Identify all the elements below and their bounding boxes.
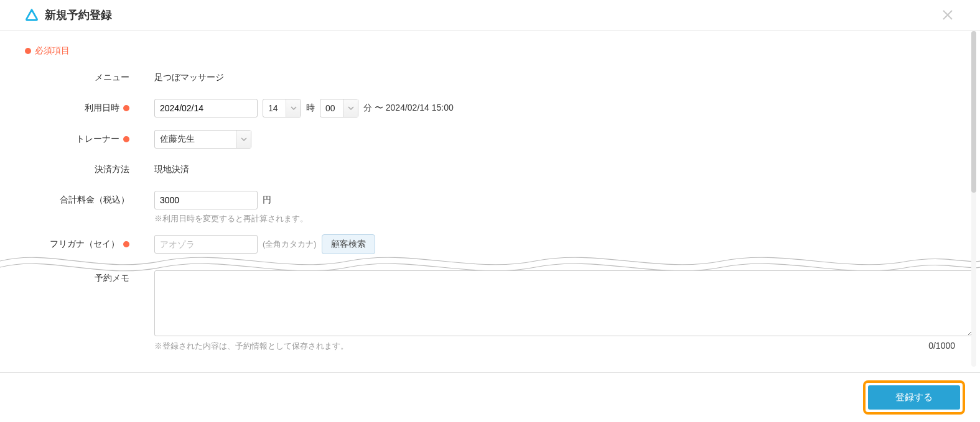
label-payment: 決済方法 [95,164,129,175]
scrollbar-thumb[interactable] [971,31,976,193]
date-input[interactable] [154,99,258,117]
row-memo: 予約メモ ※登録された内容は、予約情報として保存されます。 0/1000 [25,270,955,352]
header-left: 新規予約登録 [25,7,112,22]
trainer-select-value: 佐藤先生 [155,134,236,145]
memo-textarea[interactable] [154,270,974,336]
label-trainer: トレーナー [76,134,119,145]
hour-unit: 時 [306,103,315,114]
submit-highlight-frame: 登録する [863,380,965,415]
price-help: ※利用日時を変更すると再計算されます。 [154,214,308,223]
value-menu: 足つぼマッサージ [154,72,224,83]
chevron-down-icon [286,99,301,117]
required-dot-icon [25,48,31,54]
chevron-down-icon [236,131,251,148]
dialog-title: 新規予約登録 [45,7,112,22]
furigana-sei-input[interactable] [154,235,258,254]
value-payment: 現地決済 [154,164,189,175]
hour-select[interactable]: 14 [263,99,301,117]
price-unit: 円 [263,195,271,206]
minute-select-value: 00 [320,103,343,113]
customer-search-button[interactable]: 顧客検索 [322,234,375,254]
row-price: 合計料金（税込） 円 [25,185,955,216]
price-input[interactable] [154,191,258,209]
label-memo: 予約メモ [25,273,136,284]
logo-icon [25,8,39,22]
minute-unit-endtime: 分 〜 2024/02/14 15:00 [363,103,454,114]
hour-select-value: 14 [263,103,286,113]
row-datetime: 利用日時 14 時 00 分 〜 2024/02/14 15:00 [25,93,955,124]
required-legend-label: 必須項目 [35,45,70,57]
submit-button[interactable]: 登録する [868,385,960,410]
label-menu: メニュー [95,72,129,83]
required-dot-icon [123,105,129,111]
row-trainer: トレーナー 佐藤先生 [25,124,955,155]
label-price: 合計料金（税込） [60,195,129,206]
trainer-select[interactable]: 佐藤先生 [154,130,251,149]
close-icon[interactable] [940,7,955,22]
chevron-down-icon [343,99,358,117]
dialog-footer: 登録する [0,372,980,422]
required-dot-icon [123,241,129,247]
minute-select[interactable]: 00 [320,99,358,117]
dialog-header: 新規予約登録 [0,0,980,30]
memo-counter: 0/1000 [928,341,955,352]
label-datetime: 利用日時 [85,103,119,114]
label-furigana-sei: フリガナ（セイ） [50,239,119,250]
memo-help: ※登録された内容は、予約情報として保存されます。 [154,341,348,352]
required-legend: 必須項目 [25,45,955,57]
row-furigana-sei: フリガナ（セイ） (全角カタカナ) 顧客検索 [25,228,955,260]
required-dot-icon [123,136,129,142]
row-menu: メニュー 足つぼマッサージ [25,63,955,93]
row-payment: 決済方法 現地決済 [25,155,955,185]
price-help-row: ※利用日時を変更すると再計算されます。 [25,213,955,224]
furigana-sei-hint: (全角カタカナ) [263,239,317,250]
